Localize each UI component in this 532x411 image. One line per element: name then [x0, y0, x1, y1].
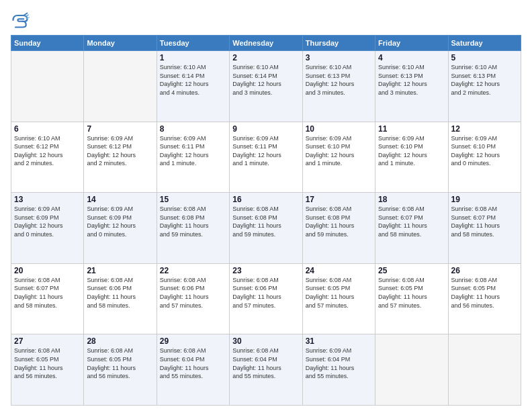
weekday-header: Monday [84, 36, 157, 51]
day-number: 10 [306, 124, 372, 134]
day-number: 24 [306, 266, 372, 275]
day-info: Sunrise: 6:08 AM Sunset: 6:05 PM Dayligh… [378, 276, 445, 310]
day-number: 4 [378, 53, 445, 62]
calendar-day-cell: 18Sunrise: 6:08 AM Sunset: 6:07 PM Dayli… [375, 193, 448, 264]
calendar-day-cell: 28Sunrise: 6:08 AM Sunset: 6:05 PM Dayli… [84, 334, 157, 406]
weekday-header: Sunday [11, 36, 84, 51]
day-number: 23 [232, 266, 299, 275]
calendar-table: SundayMondayTuesdayWednesdayThursdayFrid… [11, 35, 521, 406]
day-info: Sunrise: 6:08 AM Sunset: 6:06 PM Dayligh… [232, 276, 299, 310]
day-info: Sunrise: 6:09 AM Sunset: 6:04 PM Dayligh… [306, 347, 372, 380]
calendar-day-cell: 22Sunrise: 6:08 AM Sunset: 6:06 PM Dayli… [157, 263, 229, 334]
weekday-header: Saturday [448, 36, 521, 51]
day-info: Sunrise: 6:10 AM Sunset: 6:14 PM Dayligh… [232, 63, 299, 97]
day-info: Sunrise: 6:10 AM Sunset: 6:14 PM Dayligh… [160, 63, 226, 97]
logo-icon [11, 11, 30, 30]
calendar-day-cell [375, 334, 448, 406]
calendar-day-cell: 11Sunrise: 6:09 AM Sunset: 6:10 PM Dayli… [375, 122, 448, 193]
day-number: 12 [451, 124, 518, 134]
calendar-day-cell: 26Sunrise: 6:08 AM Sunset: 6:05 PM Dayli… [448, 263, 521, 334]
calendar-day-cell: 14Sunrise: 6:09 AM Sunset: 6:09 PM Dayli… [84, 193, 157, 264]
day-number: 22 [160, 266, 226, 275]
day-info: Sunrise: 6:09 AM Sunset: 6:10 PM Dayligh… [378, 134, 445, 168]
calendar-day-cell: 25Sunrise: 6:08 AM Sunset: 6:05 PM Dayli… [375, 263, 448, 334]
logo [11, 11, 32, 30]
day-number: 16 [232, 195, 299, 204]
calendar-day-cell: 10Sunrise: 6:09 AM Sunset: 6:10 PM Dayli… [302, 122, 375, 193]
day-number: 28 [87, 336, 153, 346]
weekday-header: Friday [375, 36, 448, 51]
weekday-header: Tuesday [157, 36, 229, 51]
day-info: Sunrise: 6:08 AM Sunset: 6:05 PM Dayligh… [451, 276, 518, 310]
header [11, 11, 521, 30]
day-number: 25 [378, 266, 445, 275]
day-number: 11 [378, 124, 445, 134]
day-info: Sunrise: 6:08 AM Sunset: 6:05 PM Dayligh… [306, 276, 372, 310]
calendar-day-cell: 24Sunrise: 6:08 AM Sunset: 6:05 PM Dayli… [302, 263, 375, 334]
calendar-day-cell: 6Sunrise: 6:10 AM Sunset: 6:12 PM Daylig… [11, 122, 84, 193]
calendar-day-cell: 30Sunrise: 6:08 AM Sunset: 6:04 PM Dayli… [230, 334, 302, 406]
calendar-week-row: 20Sunrise: 6:08 AM Sunset: 6:07 PM Dayli… [11, 263, 521, 334]
day-number: 31 [306, 336, 372, 346]
day-number: 1 [160, 53, 226, 62]
day-info: Sunrise: 6:08 AM Sunset: 6:06 PM Dayligh… [160, 276, 226, 310]
calendar-day-cell: 19Sunrise: 6:08 AM Sunset: 6:07 PM Dayli… [448, 193, 521, 264]
day-info: Sunrise: 6:09 AM Sunset: 6:10 PM Dayligh… [451, 134, 518, 168]
calendar-day-cell: 17Sunrise: 6:08 AM Sunset: 6:08 PM Dayli… [302, 193, 375, 264]
day-info: Sunrise: 6:08 AM Sunset: 6:08 PM Dayligh… [160, 205, 226, 238]
day-info: Sunrise: 6:08 AM Sunset: 6:08 PM Dayligh… [232, 205, 299, 238]
day-info: Sunrise: 6:08 AM Sunset: 6:07 PM Dayligh… [451, 205, 518, 238]
weekday-header: Wednesday [230, 36, 302, 51]
day-info: Sunrise: 6:09 AM Sunset: 6:11 PM Dayligh… [232, 134, 299, 168]
day-number: 8 [160, 124, 226, 134]
calendar-day-cell: 5Sunrise: 6:10 AM Sunset: 6:13 PM Daylig… [448, 51, 521, 122]
calendar-day-cell: 3Sunrise: 6:10 AM Sunset: 6:13 PM Daylig… [302, 51, 375, 122]
calendar-day-cell: 15Sunrise: 6:08 AM Sunset: 6:08 PM Dayli… [157, 193, 229, 264]
calendar-day-cell [448, 334, 521, 406]
day-info: Sunrise: 6:10 AM Sunset: 6:12 PM Dayligh… [14, 134, 81, 168]
day-info: Sunrise: 6:10 AM Sunset: 6:13 PM Dayligh… [451, 63, 518, 97]
day-number: 14 [87, 195, 153, 204]
calendar-day-cell: 21Sunrise: 6:08 AM Sunset: 6:06 PM Dayli… [84, 263, 157, 334]
day-info: Sunrise: 6:08 AM Sunset: 6:06 PM Dayligh… [87, 276, 153, 310]
day-number: 2 [232, 53, 299, 62]
day-number: 21 [87, 266, 153, 275]
calendar-day-cell: 29Sunrise: 6:08 AM Sunset: 6:04 PM Dayli… [157, 334, 229, 406]
calendar-day-cell: 27Sunrise: 6:08 AM Sunset: 6:05 PM Dayli… [11, 334, 84, 406]
day-number: 6 [14, 124, 81, 134]
calendar-day-cell: 12Sunrise: 6:09 AM Sunset: 6:10 PM Dayli… [448, 122, 521, 193]
day-number: 19 [451, 195, 518, 204]
day-info: Sunrise: 6:09 AM Sunset: 6:11 PM Dayligh… [160, 134, 226, 168]
calendar-header-row: SundayMondayTuesdayWednesdayThursdayFrid… [11, 36, 521, 51]
day-info: Sunrise: 6:08 AM Sunset: 6:04 PM Dayligh… [160, 347, 226, 380]
day-number: 7 [87, 124, 153, 134]
day-number: 15 [160, 195, 226, 204]
day-info: Sunrise: 6:10 AM Sunset: 6:13 PM Dayligh… [378, 63, 445, 97]
day-info: Sunrise: 6:08 AM Sunset: 6:05 PM Dayligh… [87, 347, 153, 380]
day-number: 20 [14, 266, 81, 275]
calendar-day-cell: 13Sunrise: 6:09 AM Sunset: 6:09 PM Dayli… [11, 193, 84, 264]
calendar-week-row: 13Sunrise: 6:09 AM Sunset: 6:09 PM Dayli… [11, 193, 521, 264]
day-info: Sunrise: 6:08 AM Sunset: 6:07 PM Dayligh… [378, 205, 445, 238]
day-info: Sunrise: 6:08 AM Sunset: 6:05 PM Dayligh… [14, 347, 81, 380]
calendar-day-cell: 23Sunrise: 6:08 AM Sunset: 6:06 PM Dayli… [230, 263, 302, 334]
day-number: 26 [451, 266, 518, 275]
calendar-day-cell: 2Sunrise: 6:10 AM Sunset: 6:14 PM Daylig… [230, 51, 302, 122]
day-info: Sunrise: 6:08 AM Sunset: 6:07 PM Dayligh… [14, 276, 81, 310]
calendar-day-cell: 9Sunrise: 6:09 AM Sunset: 6:11 PM Daylig… [230, 122, 302, 193]
calendar-week-row: 1Sunrise: 6:10 AM Sunset: 6:14 PM Daylig… [11, 51, 521, 122]
day-info: Sunrise: 6:08 AM Sunset: 6:04 PM Dayligh… [232, 347, 299, 380]
calendar-day-cell: 8Sunrise: 6:09 AM Sunset: 6:11 PM Daylig… [157, 122, 229, 193]
day-number: 17 [306, 195, 372, 204]
calendar-day-cell: 16Sunrise: 6:08 AM Sunset: 6:08 PM Dayli… [230, 193, 302, 264]
calendar-day-cell [11, 51, 84, 122]
day-number: 29 [160, 336, 226, 346]
day-info: Sunrise: 6:08 AM Sunset: 6:08 PM Dayligh… [306, 205, 372, 238]
calendar-day-cell [84, 51, 157, 122]
page: SundayMondayTuesdayWednesdayThursdayFrid… [0, 0, 532, 411]
day-info: Sunrise: 6:09 AM Sunset: 6:09 PM Dayligh… [87, 205, 153, 238]
day-info: Sunrise: 6:09 AM Sunset: 6:12 PM Dayligh… [87, 134, 153, 168]
day-number: 3 [306, 53, 372, 62]
day-number: 5 [451, 53, 518, 62]
day-number: 27 [14, 336, 81, 346]
